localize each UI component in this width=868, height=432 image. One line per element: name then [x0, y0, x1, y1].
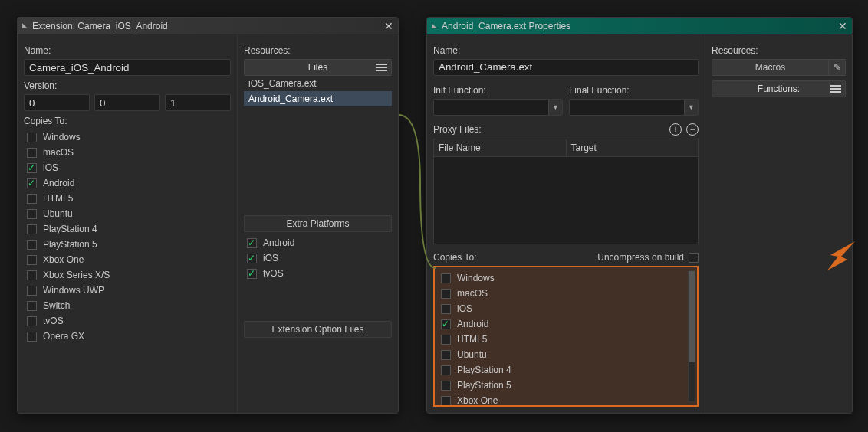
platform-checkbox[interactable]: Ubuntu — [24, 206, 231, 221]
extension-titlebar[interactable]: ◣ Extension: Camera_iOS_Android ✕ — [18, 18, 398, 34]
name-input[interactable] — [24, 59, 231, 76]
hamburger-icon[interactable] — [376, 62, 388, 73]
platform-checkbox[interactable]: Windows — [438, 270, 694, 286]
file-list: iOS_Camera.extAndroid_Camera.ext — [244, 76, 392, 106]
checkbox-icon[interactable] — [441, 381, 451, 391]
extra-platforms-header[interactable]: Extra Platforms — [244, 215, 392, 232]
extension-panel: ◣ Extension: Camera_iOS_Android ✕ Name: … — [17, 17, 399, 414]
file-item[interactable]: iOS_Camera.ext — [244, 76, 392, 91]
extension-option-files-header[interactable]: Extension Option Files — [244, 321, 392, 338]
checkbox-icon[interactable] — [27, 224, 37, 234]
platform-label: Android — [43, 178, 74, 188]
collapse-icon[interactable]: ◣ — [22, 21, 28, 29]
platform-checkbox[interactable]: macOS — [438, 286, 694, 301]
checkbox-icon[interactable] — [27, 148, 37, 158]
platform-checkbox[interactable]: HTML5 — [24, 191, 231, 206]
checkbox-icon[interactable] — [27, 209, 37, 219]
checkbox-icon[interactable] — [27, 332, 37, 342]
uncompress-checkbox[interactable] — [689, 253, 699, 263]
close-icon[interactable]: ✕ — [384, 20, 393, 32]
version-minor-input[interactable] — [94, 94, 160, 111]
platform-checkbox[interactable]: tvOS — [24, 313, 231, 329]
properties-titlebar[interactable]: ◣ Android_Camera.ext Properties ✕ — [427, 18, 852, 34]
functions-header[interactable]: Functions: — [712, 80, 846, 97]
checkbox-icon[interactable] — [441, 289, 451, 299]
platform-checkbox[interactable]: macOS — [24, 145, 231, 160]
add-icon[interactable]: + — [669, 123, 682, 136]
checkbox-icon[interactable] — [441, 350, 451, 360]
platform-checkbox[interactable]: iOS — [24, 160, 231, 175]
checkbox-icon[interactable] — [27, 163, 37, 173]
platform-checkbox[interactable]: iOS — [244, 250, 392, 266]
version-major-input[interactable] — [24, 94, 90, 111]
checkbox-icon[interactable] — [441, 365, 451, 375]
platform-checkbox[interactable]: Xbox One — [24, 252, 231, 267]
platform-checkbox[interactable]: HTML5 — [438, 332, 694, 347]
checkbox-icon[interactable] — [441, 396, 451, 406]
platform-checkbox[interactable]: Windows UWP — [24, 283, 231, 298]
collapse-icon[interactable]: ◣ — [432, 21, 437, 29]
platform-label: Xbox One — [457, 395, 498, 406]
checkbox-icon[interactable] — [441, 273, 451, 283]
platform-label: Windows UWP — [43, 285, 104, 296]
checkbox-icon[interactable] — [27, 270, 37, 280]
checkbox-icon[interactable] — [441, 319, 451, 329]
checkbox-icon[interactable] — [27, 316, 37, 326]
column-target[interactable]: Target — [567, 139, 699, 156]
properties-title: Android_Camera.ext Properties — [442, 21, 570, 31]
version-patch-input[interactable] — [165, 94, 231, 111]
checkbox-icon[interactable] — [27, 133, 37, 142]
checkbox-icon[interactable] — [27, 255, 37, 265]
platform-checkbox[interactable]: Windows — [24, 129, 231, 145]
checkbox-icon[interactable] — [27, 286, 37, 296]
column-filename[interactable]: File Name — [434, 139, 567, 156]
properties-panel: ◣ Android_Camera.ext Properties ✕ Name: … — [426, 17, 853, 414]
file-item[interactable]: Android_Camera.ext — [244, 91, 392, 106]
platform-checkbox[interactable]: iOS — [438, 301, 694, 316]
version-label: Version: — [24, 80, 231, 91]
platform-label: HTML5 — [457, 334, 487, 345]
checkbox-icon[interactable] — [247, 238, 257, 248]
platform-checkbox[interactable]: Opera GX — [24, 329, 231, 344]
platform-label: Ubuntu — [43, 208, 73, 219]
platform-checkbox[interactable]: PlayStation 4 — [438, 362, 694, 378]
close-icon[interactable]: ✕ — [838, 20, 847, 32]
extra-platforms-list: AndroidiOStvOS — [244, 235, 392, 281]
platform-checkbox[interactable]: Ubuntu — [438, 347, 694, 362]
checkbox-icon[interactable] — [27, 301, 37, 311]
checkbox-icon[interactable] — [441, 335, 451, 345]
files-header[interactable]: Files — [244, 59, 392, 76]
platform-checkbox[interactable]: Xbox One — [438, 393, 694, 407]
chevron-down-icon[interactable]: ▼ — [684, 100, 698, 115]
init-function-dropdown[interactable]: ▼ — [433, 99, 563, 116]
platform-checkbox[interactable]: Android — [24, 175, 231, 191]
platform-checkbox[interactable]: Android — [438, 316, 694, 332]
platform-label: Windows — [457, 273, 495, 283]
checkbox-icon[interactable] — [27, 178, 37, 188]
chevron-down-icon[interactable]: ▼ — [548, 100, 562, 115]
checkbox-icon[interactable] — [27, 240, 37, 250]
final-function-label: Final Function: — [569, 85, 699, 96]
proxy-files-table[interactable]: File Name Target — [433, 139, 699, 244]
checkbox-icon[interactable] — [27, 194, 37, 204]
platform-checkbox[interactable]: Xbox Series X/S — [24, 267, 231, 283]
hamburger-icon[interactable] — [830, 83, 842, 94]
platform-checkbox[interactable]: PlayStation 4 — [24, 221, 231, 237]
final-function-dropdown[interactable]: ▼ — [569, 99, 699, 116]
platform-checkbox[interactable]: tvOS — [244, 266, 392, 281]
scrollbar[interactable] — [688, 270, 695, 402]
checkbox-icon[interactable] — [247, 269, 257, 279]
platform-checkbox[interactable]: Switch — [24, 298, 231, 313]
checkbox-icon[interactable] — [441, 304, 451, 314]
name-input[interactable] — [433, 59, 699, 76]
platform-list: WindowsmacOSiOSAndroidHTML5UbuntuPlaySta… — [438, 270, 694, 407]
pencil-icon[interactable]: ✎ — [829, 59, 846, 76]
macros-button[interactable]: Macros — [712, 59, 829, 76]
remove-icon[interactable]: − — [686, 123, 699, 136]
platform-checkbox[interactable]: Android — [244, 235, 392, 250]
checkbox-icon[interactable] — [247, 254, 257, 263]
proxy-files-label: Proxy Files: — [433, 124, 482, 135]
platform-label: Ubuntu — [457, 349, 487, 360]
platform-checkbox[interactable]: PlayStation 5 — [24, 237, 231, 252]
platform-checkbox[interactable]: PlayStation 5 — [438, 378, 694, 393]
